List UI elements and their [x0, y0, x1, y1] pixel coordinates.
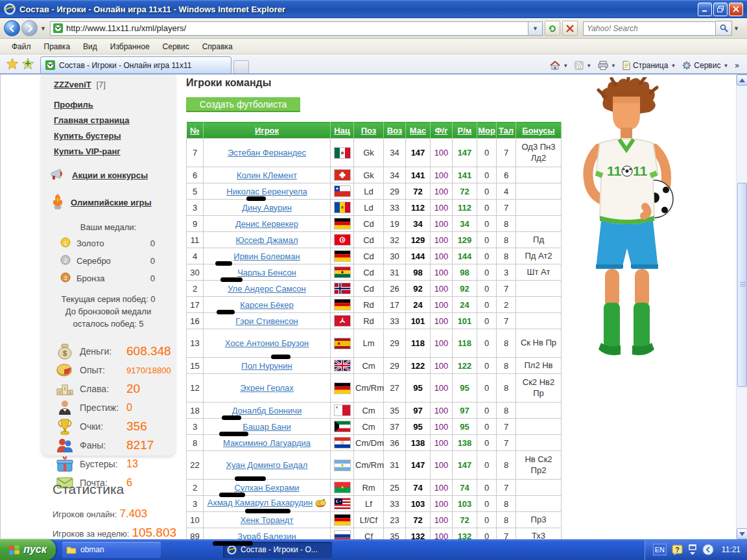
- minimize-button[interactable]: [698, 3, 712, 16]
- url-input[interactable]: [66, 23, 525, 33]
- player-mastery: 95: [406, 419, 431, 435]
- search-box[interactable]: [583, 21, 716, 36]
- promo-link[interactable]: Олимпийские игры: [50, 193, 176, 212]
- player-name-cell: Доналбд Бонничи: [204, 402, 331, 419]
- home-dropdown-icon[interactable]: ▼: [563, 63, 568, 69]
- sidebar-link[interactable]: Купить бустеры: [54, 131, 176, 141]
- player-link[interactable]: Ирвин Болерман: [233, 251, 300, 261]
- sidebar-link[interactable]: Главная страница: [54, 115, 176, 125]
- sidebar-link[interactable]: Профиль: [54, 100, 176, 110]
- medal-row: 2Серебро0: [60, 255, 176, 267]
- create-player-button[interactable]: Создать футболиста: [186, 97, 300, 112]
- player-link[interactable]: Гэри Стивенсон: [235, 316, 298, 326]
- player-talent: 7: [497, 480, 516, 496]
- history-dropdown-icon[interactable]: ▼: [40, 25, 46, 32]
- taskbar-task-obman[interactable]: obman: [62, 542, 161, 558]
- url-dropdown-icon[interactable]: ▼: [528, 21, 543, 36]
- address-field[interactable]: [50, 21, 528, 36]
- player-link[interactable]: Дину Авурин: [242, 203, 292, 213]
- player-link[interactable]: Пол Нурунин: [241, 361, 292, 371]
- column-header[interactable]: Мор: [477, 122, 497, 139]
- player-link[interactable]: Эстебан Фернандес: [228, 148, 306, 158]
- player-link[interactable]: Колин КЛемент: [237, 170, 297, 180]
- statistics-title: Статистика: [53, 482, 190, 497]
- tools-menu-button[interactable]: Сервис ▼: [682, 61, 728, 70]
- player-mastery: 24: [406, 297, 431, 313]
- player-link[interactable]: Юссеф Джамал: [235, 235, 298, 245]
- username-link[interactable]: ZZZveniT: [54, 80, 91, 89]
- scroll-down-button[interactable]: [737, 528, 747, 539]
- player-link[interactable]: Уле Андерс Самсон: [228, 284, 306, 294]
- player-link[interactable]: Ахмад Камарул Бахарудин: [208, 498, 313, 508]
- column-header[interactable]: Игрок: [204, 122, 331, 139]
- language-indicator[interactable]: EN: [653, 544, 667, 555]
- search-dropdown-icon[interactable]: ▼: [733, 25, 739, 32]
- column-header[interactable]: Ф/г: [431, 122, 453, 139]
- column-header[interactable]: Мас: [406, 122, 431, 139]
- forward-button[interactable]: [21, 20, 38, 36]
- menu-item-Избранное[interactable]: Избранное: [104, 40, 156, 53]
- nationality-flag-py: [331, 435, 354, 451]
- column-header[interactable]: Нац: [331, 122, 354, 139]
- help-tray-icon[interactable]: ?: [672, 544, 683, 555]
- feeds-dropdown-icon[interactable]: ▼: [586, 63, 591, 69]
- back-button[interactable]: [4, 20, 20, 36]
- player-bonuses: Пл2 Нв: [516, 358, 562, 374]
- page-menu-button[interactable]: Страница ▼: [622, 61, 676, 70]
- player-fitness: 100: [431, 264, 453, 281]
- add-favorite-icon[interactable]: [22, 58, 34, 69]
- column-header[interactable]: Поз: [354, 122, 384, 139]
- favorites-star-icon[interactable]: [6, 58, 18, 69]
- player-link[interactable]: Максимино Лагуардиа: [223, 438, 311, 448]
- start-button[interactable]: пуск: [0, 539, 56, 560]
- nationality-flag-mt: [331, 402, 354, 419]
- promo-link[interactable]: Акции и конкурсы: [50, 168, 176, 183]
- redaction-mark: [220, 277, 243, 282]
- player-link[interactable]: Эхрен Герлах: [240, 383, 294, 393]
- player-bonuses: Ск2 Нв2 Пр: [516, 374, 562, 402]
- page-icon: [622, 61, 630, 70]
- player-link[interactable]: Хуан Доминго Бидал: [226, 460, 308, 470]
- column-header[interactable]: Тал: [497, 122, 516, 139]
- menu-item-Файл[interactable]: Файл: [5, 40, 38, 53]
- player-link[interactable]: Хенк Торандт: [241, 515, 294, 525]
- close-button[interactable]: [729, 3, 743, 16]
- player-link[interactable]: Сулхан Бехрами: [234, 483, 299, 493]
- player-link[interactable]: Доналбд Бонничи: [232, 406, 302, 415]
- menu-item-Справка[interactable]: Справка: [196, 40, 239, 53]
- hidden-window-tray-icon[interactable]: [688, 544, 697, 555]
- column-header[interactable]: №: [187, 122, 204, 139]
- nationality-flag-de: [331, 297, 354, 313]
- column-header[interactable]: Воз: [384, 122, 406, 139]
- search-input[interactable]: [587, 24, 712, 33]
- toolbar-overflow-chevron[interactable]: »: [735, 61, 739, 70]
- refresh-button[interactable]: [545, 21, 560, 36]
- search-icon[interactable]: [716, 21, 732, 36]
- player-link[interactable]: Башар Бани: [243, 422, 290, 432]
- print-dropdown-icon[interactable]: ▼: [611, 63, 616, 69]
- sidebar-link[interactable]: Купить VIP-ранг: [54, 146, 176, 156]
- column-header[interactable]: Бонусы: [516, 122, 562, 139]
- menu-item-Вид[interactable]: Вид: [77, 40, 104, 53]
- player-link[interactable]: Чарльз Бенсон: [237, 268, 296, 277]
- vertical-scrollbar[interactable]: [736, 75, 747, 539]
- tab-sostav-igroki[interactable]: Состав - Игроки - Онлайн игра 11x11: [40, 56, 231, 73]
- player-link[interactable]: Хосе Антонио Брузон: [225, 338, 309, 348]
- podium-icon: 123: [55, 382, 75, 395]
- player-link[interactable]: Карсен Бёкер: [240, 300, 294, 310]
- scroll-up-button[interactable]: [737, 75, 747, 86]
- svg-text:?: ?: [675, 546, 679, 553]
- column-header[interactable]: Р/м: [453, 122, 477, 139]
- new-tab-stub[interactable]: [233, 60, 249, 73]
- player-link[interactable]: Николас Беренгуела: [226, 187, 307, 196]
- print-button[interactable]: ▼: [598, 61, 616, 70]
- scrollbar-thumb[interactable]: [737, 183, 747, 387]
- stop-button[interactable]: [562, 21, 578, 36]
- player-link[interactable]: Денис Кервекер: [235, 219, 298, 229]
- home-button[interactable]: ▼: [550, 61, 568, 70]
- feeds-button[interactable]: ▼: [575, 61, 591, 70]
- restore-button[interactable]: [713, 3, 728, 16]
- hide-icons-chevron[interactable]: [702, 544, 714, 555]
- menu-item-Сервис[interactable]: Сервис: [156, 40, 196, 53]
- menu-item-Правка[interactable]: Правка: [38, 40, 77, 53]
